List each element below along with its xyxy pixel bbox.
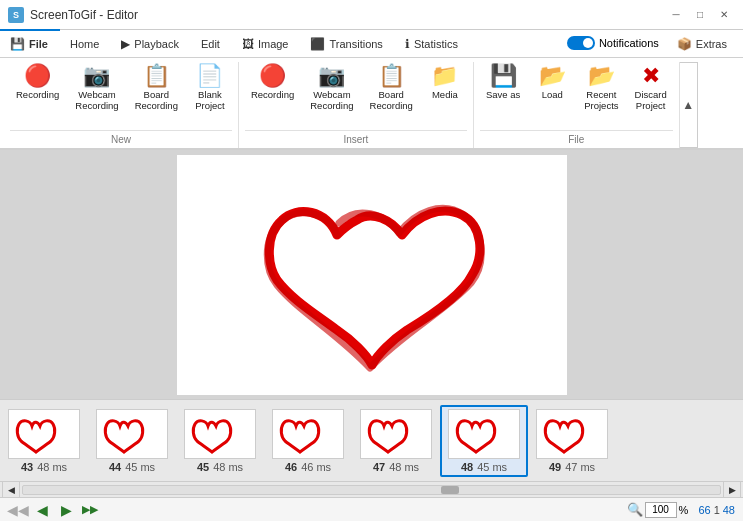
recording-button[interactable]: 🔴 Recording <box>10 62 65 103</box>
frame-counter: 66 1 48 <box>698 504 735 516</box>
ribbon-collapse-button[interactable]: ▲ <box>680 62 698 148</box>
frame-44-img <box>96 409 168 459</box>
insert-recording-label: Recording <box>251 89 294 100</box>
scroll-track[interactable] <box>22 485 721 495</box>
frame-46-time: 46 ms <box>301 461 331 473</box>
close-button[interactable]: ✕ <box>713 6 735 24</box>
nav-prev-button[interactable]: ◀ <box>32 501 52 519</box>
frame-43-time: 48 ms <box>37 461 67 473</box>
frame-48-num: 48 <box>461 461 473 473</box>
scroll-left-button[interactable]: ◀ <box>2 481 20 499</box>
frame-44-info: 44 45 ms <box>109 461 155 473</box>
frame-45[interactable]: 45 48 ms <box>176 405 264 477</box>
frame-43[interactable]: 43 48 ms <box>0 405 88 477</box>
title-text: ScreenToGif - Editor <box>30 8 665 22</box>
save-as-icon: 💾 <box>490 65 517 87</box>
board-icon: 📋 <box>143 65 170 87</box>
tab-playback[interactable]: ▶ Playback <box>111 29 191 57</box>
blank-icon: 📄 <box>196 65 223 87</box>
insert-webcam-button[interactable]: 📷 WebcamRecording <box>304 62 359 115</box>
notifications-label: Notifications <box>599 37 659 49</box>
scroll-right-button[interactable]: ▶ <box>723 481 741 499</box>
frame-45-num: 45 <box>197 461 209 473</box>
frame-49-time: 47 ms <box>565 461 595 473</box>
insert-board-button[interactable]: 📋 BoardRecording <box>364 62 419 115</box>
frame-44[interactable]: 44 45 ms <box>88 405 176 477</box>
insert-recording-button[interactable]: 🔴 Recording <box>245 62 300 103</box>
tab-statistics[interactable]: ℹ Statistics <box>395 29 470 57</box>
window-controls: ─ □ ✕ <box>665 6 735 24</box>
frame-43-num: 43 <box>21 461 33 473</box>
tab-image-label: Image <box>258 38 289 50</box>
insert-webcam-icon: 📷 <box>318 65 345 87</box>
webcam-recording-button[interactable]: 📷 WebcamRecording <box>69 62 124 115</box>
toggle-switch-icon <box>567 36 595 50</box>
frame-49-num: 49 <box>549 461 561 473</box>
board-recording-button[interactable]: 📋 BoardRecording <box>129 62 184 115</box>
tab-home[interactable]: Home <box>60 29 111 57</box>
file-group-label: File <box>480 130 673 148</box>
nav-back-button[interactable]: ◀◀ <box>8 501 28 519</box>
board-label: BoardRecording <box>135 89 178 112</box>
frame-49-img <box>536 409 608 459</box>
tab-playback-label: Playback <box>134 38 179 50</box>
webcam-icon: 📷 <box>83 65 110 87</box>
frame-44-num: 44 <box>109 461 121 473</box>
file-group-items: 💾 Save as 📂 Load 📂 RecentProjects ✖ Disc… <box>480 62 673 128</box>
recent-projects-button[interactable]: 📂 RecentProjects <box>578 62 624 115</box>
insert-recording-icon: 🔴 <box>259 65 286 87</box>
media-icon: 📁 <box>431 65 458 87</box>
maximize-button[interactable]: □ <box>689 6 711 24</box>
load-button[interactable]: 📂 Load <box>530 62 574 103</box>
frame-46-info: 46 46 ms <box>285 461 331 473</box>
insert-group-items: 🔴 Recording 📷 WebcamRecording 📋 BoardRec… <box>245 62 467 128</box>
ribbon-group-insert: 🔴 Recording 📷 WebcamRecording 📋 BoardRec… <box>239 62 474 148</box>
nav-forward-button[interactable]: ▶▶ <box>80 501 100 519</box>
frame-45-img <box>184 409 256 459</box>
tab-file-label: File <box>29 38 48 50</box>
statistics-tab-icon: ℹ <box>405 37 410 51</box>
discard-project-button[interactable]: ✖ DiscardProject <box>629 62 673 115</box>
tab-transitions-label: Transitions <box>329 38 382 50</box>
frame-43-info: 43 48 ms <box>21 461 67 473</box>
frame-48-img <box>448 409 520 459</box>
zoom-input[interactable] <box>645 502 677 518</box>
transitions-tab-icon: ⬛ <box>310 37 325 51</box>
frame-49[interactable]: 49 47 ms <box>528 405 616 477</box>
insert-board-label: BoardRecording <box>370 89 413 112</box>
frame-total: 48 <box>723 504 735 516</box>
frame-47[interactable]: 47 48 ms <box>352 405 440 477</box>
canvas-container <box>177 155 567 395</box>
notifications-toggle[interactable]: Notifications <box>561 33 665 53</box>
tab-image[interactable]: 🖼 Image <box>232 29 301 57</box>
recent-icon: 📂 <box>588 65 615 87</box>
minimize-button[interactable]: ─ <box>665 6 687 24</box>
tab-extras[interactable]: 📦 Extras <box>667 29 739 57</box>
media-button[interactable]: 📁 Media <box>423 62 467 103</box>
blank-project-button[interactable]: 📄 BlankProject <box>188 62 232 115</box>
frame-46[interactable]: 46 46 ms <box>264 405 352 477</box>
playback-tab-icon: ▶ <box>121 37 130 51</box>
frame-47-num: 47 <box>373 461 385 473</box>
frame-45-info: 45 48 ms <box>197 461 243 473</box>
save-as-button[interactable]: 💾 Save as <box>480 62 526 103</box>
save-as-label: Save as <box>486 89 520 100</box>
recent-label: RecentProjects <box>584 89 618 112</box>
tab-transitions[interactable]: ⬛ Transitions <box>300 29 394 57</box>
media-label: Media <box>432 89 458 100</box>
load-label: Load <box>542 89 563 100</box>
frame-48[interactable]: 48 45 ms <box>440 405 528 477</box>
zoom-icon: 🔍 <box>627 502 643 517</box>
tab-extras-label: Extras <box>696 38 727 50</box>
nav-next-button[interactable]: ▶ <box>56 501 76 519</box>
tab-edit[interactable]: Edit <box>191 29 232 57</box>
frame-index: 1 <box>714 504 720 516</box>
tab-file[interactable]: 💾 File <box>0 29 60 57</box>
frame-47-img <box>360 409 432 459</box>
discard-label: DiscardProject <box>635 89 667 112</box>
heart-canvas <box>177 155 567 395</box>
blank-label: BlankProject <box>195 89 225 112</box>
frame-49-info: 49 47 ms <box>549 461 595 473</box>
recording-icon: 🔴 <box>24 65 51 87</box>
status-bar: ◀◀ ◀ ▶ ▶▶ 🔍 % 66 1 48 <box>0 497 743 521</box>
